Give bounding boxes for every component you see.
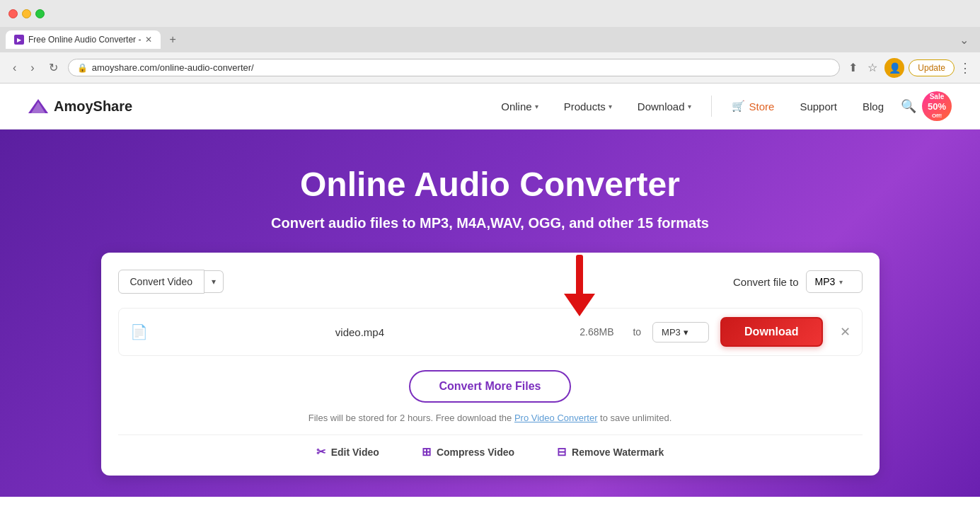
tab-favicon-icon bbox=[14, 35, 24, 45]
share-btn[interactable]: ⬆ bbox=[846, 58, 860, 77]
to-label: to bbox=[633, 326, 641, 338]
convert-type-selector: Convert Video ▾ bbox=[118, 270, 224, 294]
convert-file-label: Convert file to bbox=[733, 276, 799, 288]
tab-title: Free Online Audio Converter - bbox=[28, 35, 141, 45]
lock-icon: 🔒 bbox=[77, 63, 88, 73]
watermark-icon: ⊟ bbox=[557, 445, 566, 459]
tabs-menu-btn[interactable]: ⌄ bbox=[954, 30, 974, 50]
file-row: 📄 video.mp4 2.68MB to MP3 ▾ Download ✕ bbox=[118, 308, 863, 356]
update-btn[interactable]: Update bbox=[909, 59, 955, 76]
sale-badge[interactable]: Sale 50% Off! bbox=[922, 91, 952, 121]
remove-file-btn[interactable]: ✕ bbox=[840, 324, 851, 340]
site-nav: AmoyShare Online ▾ Products ▾ Download ▾… bbox=[0, 84, 980, 130]
format-select[interactable]: MP3 ▾ bbox=[806, 270, 863, 293]
back-btn[interactable]: ‹ bbox=[8, 59, 21, 77]
file-format-select[interactable]: MP3 ▾ bbox=[652, 322, 709, 343]
nav-online[interactable]: Online ▾ bbox=[490, 95, 549, 118]
browser-menu-btn[interactable]: ⋮ bbox=[959, 60, 972, 76]
download-btn[interactable]: Download bbox=[720, 317, 822, 347]
cart-icon: 🛒 bbox=[732, 100, 745, 113]
logo[interactable]: AmoyShare bbox=[28, 96, 132, 116]
convert-more-btn[interactable]: Convert More Files bbox=[409, 370, 570, 403]
search-btn[interactable]: 🔍 bbox=[895, 93, 922, 120]
new-tab-btn[interactable]: + bbox=[163, 30, 181, 49]
hero-subtitle: Convert audio files to MP3, M4A,WAV, OGG… bbox=[14, 215, 966, 231]
bookmark-btn[interactable]: ☆ bbox=[865, 58, 880, 77]
website: AmoyShare Online ▾ Products ▾ Download ▾… bbox=[0, 84, 980, 518]
nav-actions: ⬆ ☆ 👤 Update ⋮ bbox=[846, 58, 972, 78]
profile-icon[interactable]: 👤 bbox=[884, 58, 904, 78]
scissors-icon: ✂ bbox=[316, 445, 325, 459]
address-text: amoyshare.com/online-audio-converter/ bbox=[92, 62, 831, 73]
file-format-arrow-icon: ▾ bbox=[684, 327, 688, 338]
logo-text: AmoyShare bbox=[54, 98, 132, 115]
file-format-value: MP3 bbox=[662, 327, 681, 338]
file-name: video.mp4 bbox=[159, 326, 561, 338]
file-icon: 📄 bbox=[130, 323, 148, 340]
tab-bar: Free Online Audio Converter - ✕ + ⌄ bbox=[0, 27, 980, 52]
file-row-container: 📄 video.mp4 2.68MB to MP3 ▾ Download ✕ bbox=[118, 308, 863, 356]
compress-icon: ⊞ bbox=[422, 445, 431, 459]
nav-store[interactable]: 🛒 Store bbox=[720, 94, 786, 118]
nav-links: Online ▾ Products ▾ Download ▾ 🛒 Store S… bbox=[490, 94, 895, 118]
format-value: MP3 bbox=[815, 276, 836, 287]
convert-file-to-group: Convert file to MP3 ▾ bbox=[733, 270, 863, 293]
products-chevron-icon: ▾ bbox=[609, 103, 612, 110]
title-bar bbox=[0, 0, 980, 27]
forward-btn[interactable]: › bbox=[26, 59, 38, 77]
nav-bar: ‹ › ↻ 🔒 amoyshare.com/online-audio-conve… bbox=[0, 52, 980, 84]
nav-blog[interactable]: Blog bbox=[851, 95, 895, 118]
edit-video-label: Edit Video bbox=[331, 447, 379, 458]
address-bar[interactable]: 🔒 amoyshare.com/online-audio-converter/ bbox=[68, 59, 841, 76]
converter-toolbar: Convert Video ▾ Convert file to MP3 ▾ bbox=[118, 270, 863, 294]
tab-close-btn[interactable]: ✕ bbox=[145, 35, 152, 45]
minimize-window-btn[interactable] bbox=[22, 9, 31, 18]
arrow-area: 📄 video.mp4 2.68MB to MP3 ▾ Download ✕ bbox=[118, 308, 863, 356]
compress-video-tool[interactable]: ⊞ Compress Video bbox=[422, 445, 514, 459]
maximize-window-btn[interactable] bbox=[35, 9, 45, 18]
active-tab[interactable]: Free Online Audio Converter - ✕ bbox=[6, 30, 161, 49]
hero-title: Online Audio Converter bbox=[14, 165, 966, 204]
refresh-btn[interactable]: ↻ bbox=[45, 58, 62, 77]
pro-converter-link[interactable]: Pro Video Converter bbox=[514, 413, 598, 423]
browser-chrome: Free Online Audio Converter - ✕ + ⌄ ‹ › … bbox=[0, 0, 980, 84]
remove-watermark-label: Remove Watermark bbox=[572, 447, 664, 458]
edit-video-tool[interactable]: ✂ Edit Video bbox=[316, 445, 379, 459]
file-size: 2.68MB bbox=[572, 326, 621, 338]
nav-download[interactable]: Download ▾ bbox=[626, 95, 703, 118]
remove-watermark-tool[interactable]: ⊟ Remove Watermark bbox=[557, 445, 664, 459]
converter-box: Convert Video ▾ Convert file to MP3 ▾ bbox=[101, 253, 880, 476]
nav-support[interactable]: Support bbox=[788, 95, 848, 118]
nav-divider bbox=[711, 96, 712, 117]
format-arrow-icon: ▾ bbox=[839, 278, 843, 286]
nav-products[interactable]: Products ▾ bbox=[553, 95, 623, 118]
storage-note: Files will be stored for 2 hours. Free d… bbox=[118, 413, 863, 423]
download-chevron-icon: ▾ bbox=[688, 103, 691, 110]
online-chevron-icon: ▾ bbox=[535, 103, 538, 110]
logo-icon bbox=[28, 96, 48, 116]
convert-type-dropdown-btn[interactable]: ▾ bbox=[204, 270, 224, 293]
traffic-lights bbox=[8, 9, 45, 18]
convert-type-label: Convert Video bbox=[118, 270, 204, 294]
bottom-tools: ✂ Edit Video ⊞ Compress Video ⊟ Remove W… bbox=[118, 434, 863, 459]
close-window-btn[interactable] bbox=[8, 9, 18, 18]
convert-more-row: Convert More Files bbox=[118, 370, 863, 403]
compress-video-label: Compress Video bbox=[437, 447, 514, 458]
hero-section: Online Audio Converter Convert audio fil… bbox=[0, 130, 980, 497]
